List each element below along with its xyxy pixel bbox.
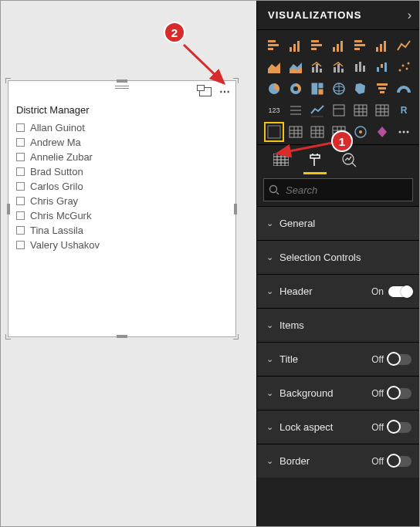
drag-grip-icon[interactable] bbox=[115, 86, 129, 90]
svg-rect-24 bbox=[355, 64, 357, 72]
checkbox-icon[interactable] bbox=[16, 167, 25, 176]
viz-line-clustered-column-icon[interactable] bbox=[330, 58, 348, 76]
slicer-item[interactable]: Valery Ushakov bbox=[16, 238, 228, 252]
slicer-item-label: Brad Sutton bbox=[30, 166, 83, 177]
viz-map-icon[interactable] bbox=[330, 79, 348, 98]
resize-handle[interactable] bbox=[5, 334, 11, 340]
resize-handle[interactable] bbox=[234, 204, 237, 215]
format-section-label: Header bbox=[279, 285, 371, 297]
viz-py-visual-icon[interactable] bbox=[265, 123, 283, 141]
checkbox-icon[interactable] bbox=[16, 197, 25, 205]
viz-multi-row-card-icon[interactable] bbox=[286, 101, 305, 120]
chevron-down-icon: ⌄ bbox=[266, 218, 273, 228]
viz-funnel-icon[interactable] bbox=[373, 79, 391, 98]
format-section[interactable]: ⌄BorderOff bbox=[257, 444, 419, 478]
toggle-switch[interactable] bbox=[388, 456, 412, 467]
viz-table-icon[interactable] bbox=[351, 101, 370, 120]
svg-point-83 bbox=[407, 131, 409, 133]
format-search[interactable] bbox=[263, 178, 413, 201]
viz-card-icon[interactable]: 123 bbox=[265, 101, 283, 120]
format-section[interactable]: ⌄General bbox=[257, 206, 419, 240]
toggle-state-label: Off bbox=[371, 456, 384, 467]
slicer-item[interactable]: Chris McGurk bbox=[16, 208, 228, 223]
format-section-label: Title bbox=[279, 353, 371, 365]
toggle-switch[interactable] bbox=[388, 388, 412, 399]
svg-rect-43 bbox=[377, 83, 388, 86]
format-section-label: Lock aspect bbox=[279, 421, 371, 433]
viz-ribbon-icon[interactable] bbox=[351, 58, 370, 76]
slicer-item-label: Chris McGurk bbox=[30, 210, 91, 221]
viz-donut-icon[interactable] bbox=[286, 79, 305, 98]
svg-rect-15 bbox=[376, 47, 378, 52]
checkbox-icon[interactable] bbox=[16, 182, 25, 191]
viz-filled-map-icon[interactable] bbox=[351, 79, 370, 98]
format-section[interactable]: ⌄Items bbox=[257, 308, 419, 342]
format-section[interactable]: ⌄BackgroundOff bbox=[257, 376, 419, 410]
slicer-item[interactable]: Chris Gray bbox=[16, 194, 228, 208]
slicer-item[interactable]: Annelie Zubar bbox=[16, 150, 228, 164]
svg-rect-19 bbox=[316, 64, 318, 73]
viz-pie-icon[interactable] bbox=[265, 79, 283, 98]
checkbox-icon[interactable] bbox=[16, 138, 25, 147]
viz-more-visuals-icon[interactable] bbox=[395, 123, 413, 141]
viz-waterfall-icon[interactable] bbox=[373, 58, 391, 76]
tab-format[interactable] bbox=[305, 150, 325, 170]
checkbox-icon[interactable] bbox=[16, 123, 25, 132]
toggle-switch[interactable] bbox=[388, 422, 412, 433]
viz-gauge-icon[interactable] bbox=[395, 79, 413, 98]
viz-area-icon[interactable] bbox=[265, 58, 283, 76]
resize-handle[interactable] bbox=[233, 334, 239, 340]
resize-handle[interactable] bbox=[7, 204, 10, 215]
viz-line-stacked-column-icon[interactable] bbox=[308, 58, 327, 76]
viz-stacked-column-icon[interactable] bbox=[286, 36, 305, 55]
viz-100-stacked-bar-icon[interactable] bbox=[351, 36, 370, 55]
slicer-item[interactable]: Andrew Ma bbox=[16, 135, 228, 150]
resize-handle[interactable] bbox=[5, 78, 11, 83]
search-icon bbox=[269, 184, 279, 195]
viz-key-influencers-icon[interactable] bbox=[286, 123, 305, 141]
resize-handle[interactable] bbox=[233, 78, 239, 83]
viz-clustered-column-icon[interactable] bbox=[330, 36, 348, 55]
viz-stacked-area-icon[interactable] bbox=[286, 58, 305, 76]
slicer-item-label: Andrew Ma bbox=[30, 137, 81, 148]
format-section[interactable]: ⌄HeaderOn bbox=[257, 274, 419, 308]
format-section[interactable]: ⌄Selection Controls bbox=[257, 240, 419, 274]
checkbox-icon[interactable] bbox=[16, 226, 25, 235]
toggle-switch[interactable] bbox=[388, 286, 412, 297]
slicer-item[interactable]: Tina Lassila bbox=[16, 223, 228, 238]
svg-rect-2 bbox=[268, 48, 273, 50]
viz-r-visual-icon[interactable]: R bbox=[395, 101, 413, 120]
search-input[interactable] bbox=[286, 184, 408, 196]
resize-handle[interactable] bbox=[117, 335, 127, 338]
more-options-icon[interactable]: ⋯ bbox=[219, 86, 231, 98]
slicer-item[interactable]: Allan Guinot bbox=[16, 120, 228, 135]
viz-matrix-icon[interactable] bbox=[373, 101, 391, 120]
viz-powerapps-icon[interactable] bbox=[373, 123, 391, 141]
viz-stacked-bar-icon[interactable] bbox=[265, 36, 283, 55]
format-section[interactable]: ⌄TitleOff bbox=[257, 342, 419, 376]
tab-fields[interactable] bbox=[271, 150, 291, 170]
viz-line-icon[interactable] bbox=[395, 36, 413, 55]
collapse-panel-icon[interactable]: › bbox=[408, 8, 412, 22]
checkbox-icon[interactable] bbox=[16, 153, 25, 161]
viz-kpi-icon[interactable] bbox=[308, 101, 327, 120]
tab-analytics[interactable] bbox=[339, 150, 359, 170]
viz-100-stacked-column-icon[interactable] bbox=[373, 36, 391, 55]
viz-treemap-icon[interactable] bbox=[308, 79, 327, 98]
slicer-item[interactable]: Brad Sutton bbox=[16, 164, 228, 179]
focus-mode-icon[interactable] bbox=[199, 87, 212, 96]
svg-rect-50 bbox=[334, 105, 344, 116]
viz-decomposition-tree-icon[interactable] bbox=[308, 123, 327, 141]
toggle-switch[interactable] bbox=[388, 354, 412, 365]
viz-clustered-bar-icon[interactable] bbox=[308, 36, 327, 55]
svg-rect-21 bbox=[334, 67, 336, 73]
slicer-visual[interactable]: ⋯ District Manager Allan GuinotAndrew Ma… bbox=[8, 80, 236, 337]
resize-handle[interactable] bbox=[117, 79, 127, 83]
viz-scatter-icon[interactable] bbox=[395, 58, 413, 76]
checkbox-icon[interactable] bbox=[16, 211, 25, 220]
viz-slicer-icon[interactable] bbox=[330, 101, 348, 120]
checkbox-icon[interactable] bbox=[16, 241, 25, 249]
slicer-item[interactable]: Carlos Grilo bbox=[16, 179, 228, 194]
format-section[interactable]: ⌄Lock aspectOff bbox=[257, 410, 419, 444]
viz-arcgis-icon[interactable] bbox=[351, 123, 370, 141]
